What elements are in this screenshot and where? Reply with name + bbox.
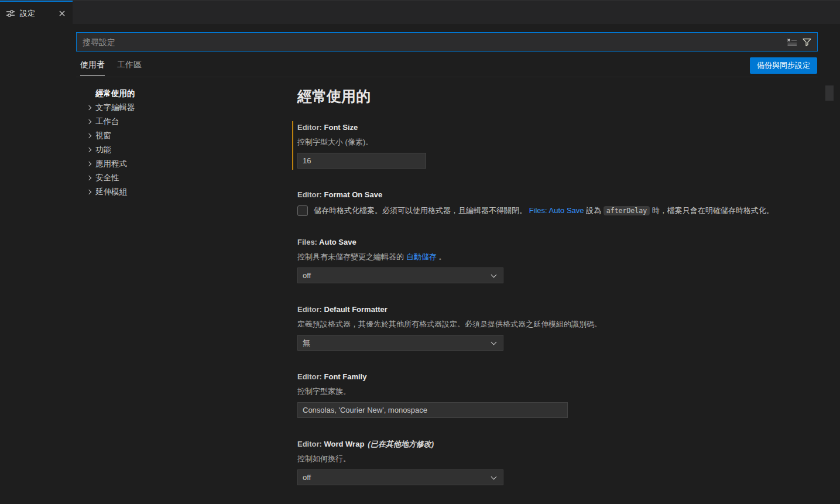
toc-item-window[interactable]: 視窗: [76, 129, 281, 143]
toc-item-workbench[interactable]: 工作台: [76, 115, 281, 129]
setting-label: Editor: Word Wrap(已在其他地方修改): [297, 439, 819, 450]
setting-label: Files: Auto Save: [297, 237, 819, 248]
toc-item-label: 工作台: [95, 116, 119, 127]
toc-item-security[interactable]: 安全性: [76, 171, 281, 185]
format-on-save-checkbox[interactable]: [297, 205, 308, 216]
desc-text: 。: [438, 252, 446, 261]
toc-item-text-editor[interactable]: 文字編輯器: [76, 101, 281, 115]
setting-files-auto-save: Files: Auto Save 控制具有未儲存變更之編輯器的 自動儲存 。 o…: [297, 237, 819, 283]
toc-item-label: 經常使用的: [95, 88, 135, 99]
setting-category: Editor:: [297, 190, 324, 199]
backup-sync-settings-button[interactable]: 備份與同步設定: [750, 57, 817, 74]
chevron-right-icon: [86, 148, 95, 152]
toc-item-commonly-used[interactable]: 經常使用的: [76, 87, 281, 101]
close-icon[interactable]: [57, 9, 67, 18]
chevron-right-icon: [86, 134, 95, 138]
setting-name: Word Wrap: [324, 440, 365, 448]
filter-icon[interactable]: [802, 37, 811, 47]
setting-label: Editor: Font Family: [297, 372, 819, 382]
setting-label: Editor: Default Formatter: [297, 304, 819, 315]
toc-item-label: 文字編輯器: [95, 102, 135, 113]
setting-name: Font Size: [324, 123, 358, 132]
setting-name: Default Formatter: [324, 305, 388, 314]
settings-list: 經常使用的 Editor: Font Size 控制字型大小 (像素)。 Edi…: [297, 86, 819, 504]
desc-text: 時，檔案只會在明確儲存時格式化。: [652, 206, 774, 215]
setting-name: Font Family: [324, 372, 367, 381]
setting-label: Editor: Font Size: [297, 122, 819, 133]
desc-text: 控制具有未儲存變更之編輯器的: [297, 252, 406, 261]
toc-item-label: 延伸模組: [95, 187, 127, 197]
search-input[interactable]: [83, 37, 787, 47]
toc-item-label: 應用程式: [95, 159, 127, 169]
setting-editor-font-size: Editor: Font Size 控制字型大小 (像素)。: [297, 122, 819, 169]
setting-description: 控制字型家族。: [297, 386, 819, 397]
toc-item-label: 安全性: [95, 173, 119, 183]
settings-editor-tab[interactable]: 設定: [0, 1, 73, 25]
setting-editor-default-formatter: Editor: Default Formatter 定義預設格式器，其優先於其他…: [297, 304, 819, 351]
font-family-input[interactable]: [297, 402, 568, 418]
setting-description: 定義預設格式器，其優先於其他所有格式器設定。必須是提供格式器之延伸模組的識別碼。: [297, 319, 819, 330]
setting-editor-word-wrap: Editor: Word Wrap(已在其他地方修改) 控制如何換行。 off: [297, 439, 819, 485]
settings-toc: 經常使用的 文字編輯器 工作台 視窗 功能 應用程式 安全性 延伸模組: [76, 87, 281, 199]
setting-label: Editor: Format On Save: [297, 190, 819, 200]
settings-search-box: [76, 32, 818, 52]
tune-icon: [6, 9, 15, 18]
chevron-right-icon: [86, 190, 95, 194]
desc-text: 儲存時格式化檔案。必須可以使用格式器，且編輯器不得關閉。: [314, 206, 527, 215]
chevron-right-icon: [86, 162, 95, 166]
toc-item-application[interactable]: 應用程式: [76, 157, 281, 171]
tab-title: 設定: [20, 8, 57, 19]
toc-item-label: 功能: [95, 145, 111, 155]
toc-item-features[interactable]: 功能: [76, 143, 281, 157]
setting-category: Editor:: [297, 123, 324, 132]
vertical-scrollbar[interactable]: [825, 85, 834, 101]
setting-category: Editor:: [297, 372, 324, 381]
setting-category: Editor:: [297, 305, 324, 314]
word-wrap-select[interactable]: off: [297, 469, 503, 485]
chevron-right-icon: [86, 106, 95, 109]
setting-editor-font-family: Editor: Font Family 控制字型家族。: [297, 372, 819, 418]
select-value: off: [303, 473, 311, 482]
editor-tab-strip: 設定: [0, 0, 840, 24]
setting-editor-format-on-save: Editor: Format On Save 儲存時格式化檔案。必須可以使用格式…: [297, 190, 819, 216]
modified-elsewhere-note: (已在其他地方修改): [368, 440, 434, 448]
setting-category: Editor:: [297, 440, 324, 448]
chevron-down-icon: [491, 340, 497, 345]
select-value: off: [303, 271, 311, 280]
setting-category: Files:: [297, 238, 319, 246]
setting-description: 儲存時格式化檔案。必須可以使用格式器，且編輯器不得關閉。 Files: Auto…: [314, 205, 774, 216]
chevron-right-icon: [86, 176, 95, 180]
auto-save-select[interactable]: off: [297, 268, 503, 283]
clear-list-icon[interactable]: [787, 37, 796, 47]
setting-description: 控制如何換行。: [297, 454, 819, 464]
setting-name: Format On Save: [324, 190, 383, 199]
setting-name: Auto Save: [319, 238, 356, 246]
setting-description: 控制具有未儲存變更之編輯器的 自動儲存 。: [297, 252, 819, 262]
chevron-down-icon: [491, 272, 497, 278]
page-title: 經常使用的: [297, 86, 819, 106]
code-badge: afterDelay: [604, 206, 650, 215]
font-size-input[interactable]: [297, 153, 426, 169]
default-formatter-select[interactable]: 無: [297, 335, 503, 351]
tab-workspace-settings[interactable]: 工作區: [117, 60, 142, 75]
scope-tabs-row: 使用者 工作區 備份與同步設定: [76, 57, 818, 77]
tab-user-settings[interactable]: 使用者: [80, 60, 105, 76]
files-auto-save-link[interactable]: Files: Auto Save: [529, 206, 584, 215]
desc-text: 設為: [586, 206, 604, 215]
chevron-down-icon: [491, 474, 497, 480]
auto-save-link[interactable]: 自動儲存: [406, 252, 437, 261]
toc-item-label: 視窗: [95, 131, 111, 141]
toc-item-extensions[interactable]: 延伸模組: [76, 185, 281, 199]
chevron-right-icon: [86, 120, 95, 124]
setting-description: 控制字型大小 (像素)。: [297, 137, 819, 148]
select-value: 無: [303, 338, 310, 348]
settings-editor: 使用者 工作區 備份與同步設定 經常使用的 文字編輯器 工作台 視窗 功能 應用…: [0, 24, 840, 504]
